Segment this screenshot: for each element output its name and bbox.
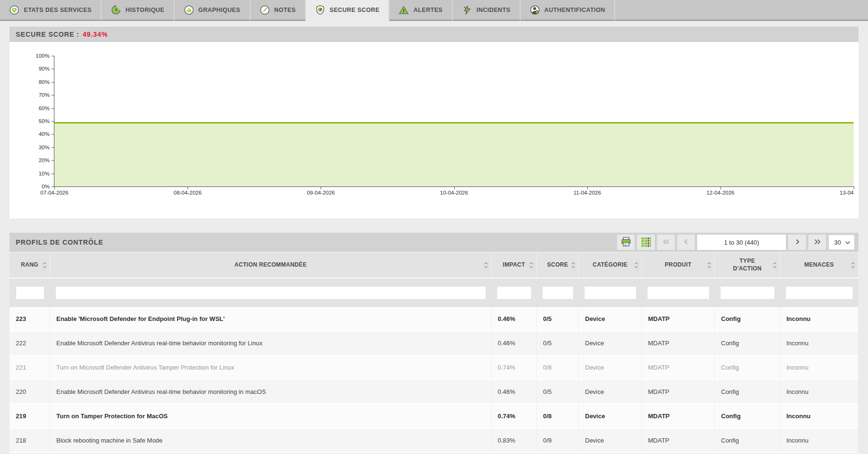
cell-menaces: Inconnu [780, 380, 858, 403]
table-row[interactable]: 223Enable 'Microsoft Defender for Endpoi… [10, 307, 858, 331]
table-header-bar: PROFILS DE CONTRÔLE 1 to 30 (440) 30 [10, 233, 858, 252]
table-row[interactable]: 221Turn on Microsoft Defender Antivirus … [10, 356, 858, 380]
page-size-select[interactable]: 30 [828, 235, 855, 250]
sort-icon[interactable] [529, 262, 533, 268]
filter-cell-categorie [579, 279, 642, 307]
secure-score-area-series [54, 122, 854, 186]
tab-etats-des-services[interactable]: ETATS DES SERVICES [0, 0, 102, 21]
filter-input-action[interactable] [55, 286, 486, 299]
filter-cell-type_action [715, 279, 780, 307]
filter-input-impact[interactable] [497, 286, 532, 299]
cell-impact: 0.46% [492, 307, 537, 330]
y-axis-label: 40% [39, 131, 50, 137]
table-row[interactable]: 220Enable Microsoft Defender Antivirus r… [10, 380, 858, 404]
cell-produit: MDATP [642, 380, 715, 403]
filter-input-categorie[interactable] [584, 286, 637, 299]
cell-categorie: Device [579, 307, 642, 330]
x-axis-tick [587, 186, 588, 189]
sort-icon[interactable] [851, 262, 855, 268]
column-label: ACTION RECOMMANDÉE [234, 261, 306, 269]
table-row[interactable]: 222Enable Microsoft Defender Antivirus r… [10, 331, 858, 356]
cell-score: 0/5 [537, 331, 579, 355]
column-header-score[interactable]: SCORE [537, 253, 579, 278]
sort-icon[interactable] [634, 262, 638, 268]
y-axis-label: 90% [39, 66, 50, 72]
tab-notes[interactable]: NOTES [251, 0, 306, 21]
sort-icon[interactable] [707, 262, 711, 268]
y-axis-label: 0% [42, 184, 50, 189]
cell-type_action: Config [715, 307, 780, 330]
next-page-button[interactable] [788, 235, 806, 250]
tab-label: ETATS DES SERVICES [24, 7, 92, 13]
column-header-rang[interactable]: RANG [10, 253, 50, 278]
cell-categorie: Device [579, 356, 642, 379]
column-label: CATÉGORIE [593, 261, 627, 269]
table-column-headers: RANGACTION RECOMMANDÉEIMPACTSCORECATÉGOR… [10, 253, 858, 279]
filter-cell-action [50, 279, 492, 307]
y-axis-tick [52, 82, 54, 83]
y-axis-label: 20% [39, 157, 50, 163]
x-axis-tick [54, 186, 55, 189]
sort-icon[interactable] [773, 262, 777, 268]
tab-alertes[interactable]: ALERTES [389, 0, 452, 21]
cell-score: 0/5 [537, 380, 579, 403]
filter-input-rang[interactable] [16, 286, 44, 299]
cell-action: Turn on Tamper Protection for MacOS [50, 404, 492, 428]
y-axis-tick [52, 69, 54, 69]
filter-input-produit[interactable] [647, 286, 710, 299]
tab-graphiques[interactable]: GRAPHIQUES [175, 0, 251, 21]
filter-cell-impact [492, 279, 537, 307]
grid-view-button[interactable] [637, 235, 655, 250]
tab-incidents[interactable]: INCIDENTS [453, 0, 521, 21]
cell-action: Enable 'Microsoft Defender for Endpoint … [50, 307, 492, 330]
tab-historique[interactable]: HISTORIQUE [102, 0, 175, 21]
table-row[interactable]: 218Block rebooting machine in Safe Mode0… [10, 429, 858, 453]
last-page-button[interactable] [808, 235, 826, 250]
filter-input-type_action[interactable] [720, 286, 775, 299]
x-axis-tick [454, 186, 455, 189]
cell-produit: MDATP [642, 356, 715, 379]
column-label: MENACES [804, 261, 834, 269]
tab-label: HISTORIQUE [125, 7, 165, 13]
x-axis-label: 10-04-2026 [440, 190, 468, 196]
x-axis-tick [721, 186, 721, 189]
cell-menaces: Inconnu [780, 356, 858, 379]
sort-icon[interactable] [42, 262, 47, 268]
previous-page-button[interactable] [677, 235, 695, 250]
history-clock-icon [111, 5, 121, 15]
secure-score-title: SECURE SCORE : [16, 31, 79, 38]
x-axis-tick [321, 186, 321, 189]
cell-produit: MDATP [642, 331, 715, 355]
column-header-produit[interactable]: PRODUIT [642, 253, 715, 278]
cell-action: Enable Microsoft Defender Antivirus real… [50, 380, 492, 403]
print-button[interactable] [617, 235, 635, 250]
column-header-menaces[interactable]: MENACES [780, 253, 858, 278]
tab-bar: ETATS DES SERVICESHISTORIQUEGRAPHIQUESNO… [0, 0, 868, 21]
column-header-categorie[interactable]: CATÉGORIE [579, 253, 642, 278]
tab-label: ALERTES [413, 7, 442, 13]
sort-icon[interactable] [571, 262, 575, 268]
cell-action: Block rebooting machine in Safe Mode [50, 429, 492, 452]
cell-score: 0/8 [537, 404, 579, 428]
lightning-icon [462, 5, 472, 15]
cell-rang: 223 [10, 307, 50, 330]
column-header-impact[interactable]: IMPACT [492, 253, 537, 278]
first-page-button[interactable] [657, 235, 675, 250]
tab-bar-filler [615, 0, 868, 21]
chart-plot-area: 0%10%20%30%40%50%60%70%80%90%100%07-04-2… [54, 56, 854, 187]
table-title: PROFILS DE CONTRÔLE [16, 238, 104, 246]
column-label: TYPE D'ACTION [732, 258, 762, 272]
page-range-display: 1 to 30 (440) [697, 235, 786, 250]
cell-menaces: Inconnu [780, 331, 858, 355]
tab-authentification[interactable]: AUTHENTIFICATION [521, 0, 616, 21]
filter-input-score[interactable] [542, 286, 574, 299]
table-row[interactable]: 219Turn on Tamper Protection for MacOS0.… [10, 404, 858, 429]
tab-secure-score[interactable]: SECURE SCORE [306, 0, 390, 21]
chevron-double-right-icon [813, 238, 822, 247]
cell-rang: 218 [10, 429, 50, 452]
filter-input-menaces[interactable] [785, 286, 853, 299]
sort-icon[interactable] [484, 262, 488, 268]
column-header-type_action[interactable]: TYPE D'ACTION [715, 253, 780, 278]
chevron-down-icon [845, 239, 850, 246]
column-header-action[interactable]: ACTION RECOMMANDÉE [50, 253, 492, 278]
